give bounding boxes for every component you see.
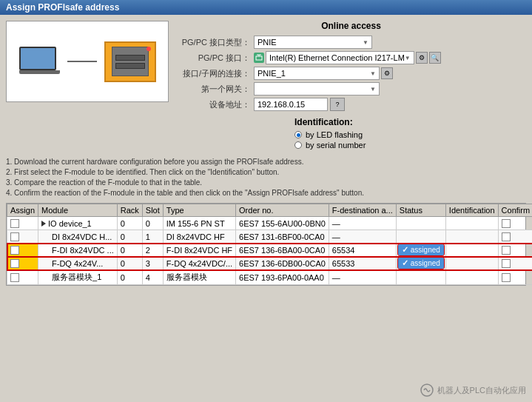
interface-settings-btn[interactable]: ⚙ [416,52,428,64]
confirm-checkbox[interactable] [502,273,511,282]
cell-rack: 0 [117,257,142,270]
network-icon [254,53,264,63]
assign-checkbox[interactable] [10,259,19,268]
instruction-line-2: 2. First select the F-module to be ident… [6,167,526,178]
interface-search-btn[interactable]: 🔍 [429,52,441,64]
cell-identification [445,257,498,270]
svg-rect-0 [256,56,262,60]
assign-checkbox[interactable] [10,246,19,255]
address-help-btn[interactable]: ? [330,98,345,111]
subnet-settings-btn[interactable]: ⚙ [381,67,393,79]
table-row[interactable]: F-DI 8x24VDC ...02F-DI 8x24VDC HF6ES7 13… [7,244,533,257]
window-title: Assign PROFIsafe address [6,2,119,13]
cell-status [396,230,445,244]
pgpc-type-row: PG/PC 接口类型： PNIE ▼ [176,36,526,49]
subnet-value: PNIE_1 ▼ ⚙ [254,67,526,80]
th-order: Order no. [236,204,329,217]
device-led [147,47,151,51]
th-rack: Rack [117,204,142,217]
cell-fdest: 65534 [329,244,396,257]
cell-confirm [498,257,532,270]
cell-module: 服务器模块_1 [38,270,118,285]
watermark-text: 机器人及PLC自动化应用 [437,385,526,396]
assignment-table-section: Assign Module Rack Slot Type Order no. F… [6,203,526,286]
th-fdest: F-destination a... [329,204,396,217]
confirm-checkbox[interactable] [502,246,511,255]
cell-identification [445,217,498,230]
top-section: Online access PG/PC 接口类型： PNIE ▼ PG/PC 接… [6,21,526,151]
radio-serial-row: by serial number [294,141,526,150]
cell-slot: 1 [142,230,163,244]
cell-status [396,217,445,230]
cell-type: F-DQ 4x24VDC/... [163,257,235,270]
subnet-row: 接口/子网的连接： PNIE_1 ▼ ⚙ [176,67,526,80]
confirm-checkbox[interactable] [502,232,511,241]
watermark: 机器人及PLC自动化应用 [420,383,526,398]
cell-slot: 3 [142,257,163,270]
device-address-input[interactable] [254,98,328,111]
cell-order: 6ES7 136-6BA00-0CA0 [236,244,329,257]
radio-led-flashing[interactable] [294,131,302,138]
cell-identification [445,270,498,285]
assign-checkbox[interactable] [10,219,19,228]
cell-assign [7,257,38,270]
cell-assign [7,230,38,244]
subnet-select[interactable]: PNIE_1 ▼ [254,67,380,80]
radio-serial-number[interactable] [294,141,302,149]
th-module: Module [38,204,118,217]
cell-identification [445,244,498,257]
radio-serial-label: by serial number [306,141,366,150]
cell-status [396,270,445,285]
plc-device [104,41,156,82]
assign-checkbox[interactable] [10,273,19,282]
confirm-checkbox[interactable] [502,219,511,228]
device-slot-2 [115,63,145,69]
cell-module: DI 8x24VDC H... [38,230,118,244]
device-slot-1 [115,55,145,61]
gateway-select[interactable]: ▼ [254,82,380,96]
device-inner [112,47,149,76]
th-identification: Identification [445,204,498,217]
radio-led-row: by LED flashing [294,130,526,139]
table-row[interactable]: F-DQ 4x24V...03F-DQ 4x24VDC/...6ES7 136-… [7,257,533,270]
table-row[interactable]: IO device_100IM 155-6 PN ST6ES7 155-6AU0… [7,217,533,230]
confirm-checkbox[interactable] [502,259,511,268]
pgpc-interface-row: PG/PC 接口： Intel(R) Ethernet Connection I… [176,51,526,64]
dropdown-arrow: ▼ [363,39,368,46]
laptop-icon [19,47,60,76]
instruction-line-3: 3. Compare the reaction of the F-module … [6,178,526,188]
pgpc-interface-select[interactable]: Intel(R) Ethernet Connection I217-LM ▼ [266,51,414,64]
assigned-badge: ✓ assigned [398,258,444,269]
laptop-screen [19,47,56,70]
laptop-base [19,70,60,74]
cell-fdest: — [329,217,396,230]
cell-status: ✓ assigned [396,244,445,257]
cell-fdest: — [329,270,396,285]
dropdown-arrow-3: ▼ [370,70,376,77]
dropdown-arrow-4: ▼ [370,86,376,93]
cell-assign [7,217,38,230]
table-body: IO device_100IM 155-6 PN ST6ES7 155-6AU0… [7,217,533,285]
right-panel: Online access PG/PC 接口类型： PNIE ▼ PG/PC 接… [176,21,526,151]
cell-confirm [498,244,532,257]
table-row[interactable]: DI 8x24VDC H...01DI 8x24VDC HF6ES7 131-6… [7,230,533,244]
online-access-title: Online access [176,21,526,31]
pgpc-interface-value: Intel(R) Ethernet Connection I217-LM ▼ ⚙… [254,51,526,64]
cell-confirm [498,270,532,285]
cell-status: ✓ assigned [396,257,445,270]
identification-title: Identification: [294,117,526,127]
assign-checkbox[interactable] [10,232,19,241]
gateway-value: ▼ [254,82,526,96]
device-addr-label: 设备地址： [176,99,250,110]
cell-type: F-DI 8x24VDC HF [163,244,235,257]
dropdown-arrow-2: ▼ [405,55,411,61]
radio-led-label: by LED flashing [306,130,363,139]
cell-confirm [498,217,532,230]
cell-confirm [498,230,532,244]
device-addr-row: 设备地址： ? [176,98,526,111]
assigned-badge: ✓ assigned [398,244,444,255]
title-bar: Assign PROFIsafe address [0,0,532,15]
cell-rack: 0 [117,244,142,257]
table-row[interactable]: 服务器模块_104服务器模块6ES7 193-6PA00-0AA0— [7,270,533,285]
pgpc-type-select[interactable]: PNIE ▼ [254,36,372,49]
